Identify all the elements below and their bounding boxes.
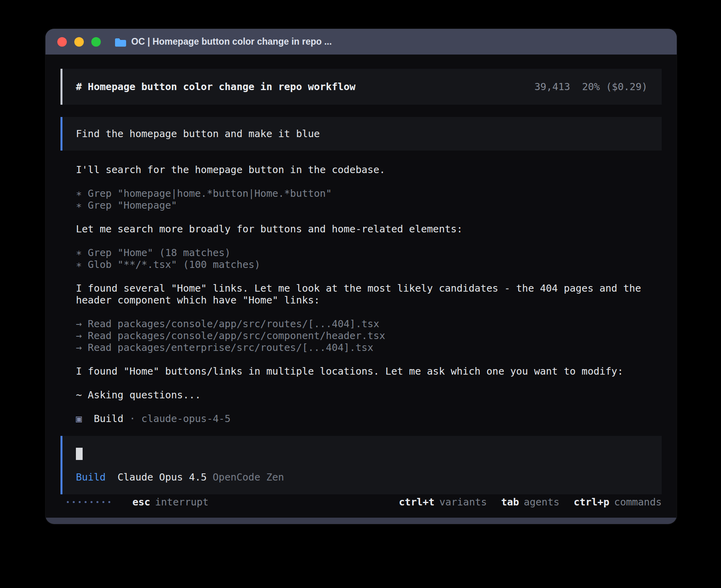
shortcut-hint-tab: tabagents	[501, 496, 559, 508]
spinner-dot	[85, 501, 87, 503]
status-left: escinterrupt	[67, 496, 209, 508]
shortcut-label: commands	[614, 496, 662, 508]
interrupt-hint: escinterrupt	[132, 496, 209, 508]
transcript-line-blank	[76, 354, 662, 366]
transcript-line-blank	[76, 235, 662, 247]
shortcut-label: variants	[439, 496, 487, 508]
transcript: I'll search for the homepage button in t…	[60, 164, 662, 425]
shortcut-label: agents	[524, 496, 559, 508]
transcript-line-blank	[76, 176, 662, 188]
session-title: # Homepage button color change in repo w…	[76, 81, 355, 92]
transcript-line-text: I found "Home" buttons/links in multiple…	[76, 366, 662, 377]
transcript-line-text: I'll search for the homepage button in t…	[76, 164, 662, 176]
agent-status-separator: ·	[123, 413, 141, 424]
folder-shape	[115, 38, 126, 47]
shortcut-hint-ctrl-t: ctrl+tvariants	[399, 496, 487, 508]
interrupt-label: interrupt	[155, 496, 208, 508]
shortcut-hint-ctrl-p: ctrl+pcommands	[574, 496, 662, 508]
spinner-dot	[96, 501, 98, 503]
minimize-button[interactable]	[74, 37, 84, 47]
transcript-line-blank	[76, 306, 662, 318]
status-bar: escinterrupt ctrl+tvariantstabagentsctrl…	[60, 496, 662, 508]
input-status-line: Build Claude Opus 4.5 OpenCode Zen	[76, 471, 662, 483]
transcript-line-text: ~ Asking questions...	[76, 389, 662, 401]
transcript-line-text: I found several "Home" links. Let me loo…	[76, 283, 662, 306]
title-group: OC | Homepage button color change in rep…	[114, 36, 332, 47]
close-button[interactable]	[57, 37, 67, 47]
user-message-text: Find the homepage button and make it blu…	[76, 128, 320, 139]
agent-status-icon: ▣	[76, 413, 94, 424]
session-header: # Homepage button color change in repo w…	[60, 69, 662, 105]
spinner-dot	[91, 501, 92, 503]
traffic-lights	[57, 37, 101, 47]
shortcut-key: ctrl+p	[574, 496, 609, 508]
transcript-line-tool: → Read packages/console/app/src/routes/[…	[76, 318, 662, 330]
esc-key: esc	[132, 496, 150, 508]
transcript-line-text: Let me search more broadly for buttons a…	[76, 223, 662, 235]
spinner-dot	[102, 501, 104, 503]
transcript-line-agent: ▣ Build · claude-opus-4-5	[76, 413, 662, 425]
model-name: Claude Opus 4.5	[117, 471, 207, 483]
shortcut-key: tab	[501, 496, 519, 508]
transcript-line-blank	[76, 377, 662, 389]
transcript-line-tool: ∗ Grep "Homepage"	[76, 200, 662, 211]
shortcut-hints: ctrl+tvariantstabagentsctrl+pcommands	[399, 496, 662, 508]
transcript-line-blank	[76, 271, 662, 283]
shortcut-key: ctrl+t	[399, 496, 434, 508]
window-title: OC | Homepage button color change in rep…	[131, 36, 332, 47]
text-cursor	[76, 448, 83, 460]
transcript-line-tool: ∗ Grep "Home" (18 matches)	[76, 247, 662, 259]
spinner	[67, 501, 110, 503]
transcript-line-tool: ∗ Glob "**/*.tsx" (100 matches)	[76, 259, 662, 271]
agent-mode-label[interactable]: Build	[76, 471, 106, 483]
titlebar[interactable]: OC | Homepage button color change in rep…	[45, 29, 677, 55]
context-usage: 20% ($0.29)	[582, 81, 647, 92]
transcript-line-tool: → Read packages/console/app/src/componen…	[76, 330, 662, 342]
transcript-line-blank	[76, 211, 662, 223]
spinner-dot	[73, 501, 75, 503]
maximize-button[interactable]	[91, 37, 101, 47]
folder-icon	[114, 37, 126, 47]
prompt-input[interactable]: Build Claude Opus 4.5 OpenCode Zen	[60, 436, 662, 494]
user-message: Find the homepage button and make it blu…	[60, 117, 662, 151]
agent-status-model: claude-opus-4-5	[142, 413, 231, 424]
terminal-window: OC | Homepage button color change in rep…	[45, 29, 677, 524]
spinner-dot	[79, 501, 81, 503]
token-count: 39,413	[534, 81, 570, 92]
provider-name: OpenCode Zen	[213, 471, 284, 483]
terminal-content: # Homepage button color change in repo w…	[45, 55, 677, 518]
spinner-dot	[108, 501, 110, 503]
session-meta: 39,41320% ($0.29)	[534, 81, 647, 92]
spinner-dot	[67, 501, 69, 503]
transcript-line-blank	[76, 401, 662, 413]
transcript-line-tool: ∗ Grep "homepage|home.*button|Home.*butt…	[76, 188, 662, 200]
agent-status-name: Build	[94, 413, 123, 424]
transcript-line-tool: → Read packages/enterprise/src/routes/[.…	[76, 342, 662, 354]
